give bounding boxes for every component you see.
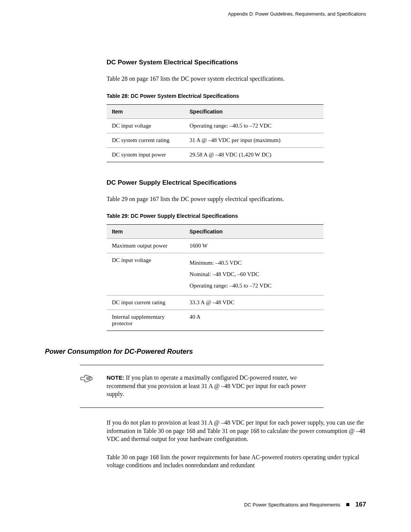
table-29-header-spec: Specification <box>184 225 323 239</box>
table-row: DC input voltage Minimum: –40.5 VDC Nomi… <box>107 253 323 296</box>
table-row: DC system current rating 31 A @ –48 VDC … <box>107 133 323 147</box>
cell-item: Maximum output power <box>107 239 184 253</box>
spec-line: Operating range: –40.5 to –72 VDC <box>190 280 318 291</box>
cell-spec: Operating range: –40.5 to –72 VDC <box>184 118 323 133</box>
footer-square-icon <box>346 503 349 506</box>
table-28-header-item: Item <box>107 104 184 118</box>
table-row: DC system input power 29.58 A @ –48 VDC … <box>107 147 323 162</box>
table-28-header-spec: Specification <box>184 104 323 118</box>
cell-spec-multiline: Minimum: –40.5 VDC Nominal: –48 VDC, –60… <box>184 253 323 296</box>
cell-item: DC input voltage <box>107 118 184 133</box>
table-29-caption: Table 29: DC Power Supply Electrical Spe… <box>107 213 366 219</box>
table-row: Internal supplementary protector 40 A <box>107 310 323 331</box>
table-29: Item Specification Maximum output power … <box>107 224 323 331</box>
table-28: Item Specification DC input voltage Oper… <box>107 104 323 162</box>
intro-para-2: Table 29 on page 167 lists the DC power … <box>107 195 366 203</box>
spec-line: Nominal: –48 VDC, –60 VDC <box>190 268 318 280</box>
note-callout: NOTE: If you plan to operate a maximally… <box>80 365 323 408</box>
footer-section-title: DC Power Specifications and Requirements <box>244 502 340 508</box>
page-footer: DC Power Specifications and Requirements… <box>244 501 366 508</box>
cell-spec: 1600 W <box>184 239 323 253</box>
cell-spec: 31 A @ –48 VDC per input (maximum) <box>184 133 323 147</box>
cell-item: DC system input power <box>107 147 184 162</box>
page-number: 167 <box>355 501 366 508</box>
cell-item: DC system current rating <box>107 133 184 147</box>
heading-dc-supply-spec: DC Power Supply Electrical Specification… <box>107 179 366 187</box>
cell-item: Internal supplementary protector <box>107 310 184 331</box>
note-text: NOTE: If you plan to operate a maximally… <box>107 374 323 398</box>
cell-item: DC input current rating <box>107 296 184 310</box>
note-hand-icon <box>80 374 107 384</box>
note-body: If you plan to operate a maximally confi… <box>107 374 306 397</box>
content-area: DC Power System Electrical Specification… <box>107 59 366 470</box>
spec-line: Minimum: –40.5 VDC <box>190 257 318 268</box>
body-para-1: If you do not plan to provision at least… <box>107 419 366 443</box>
heading-dc-system-spec: DC Power System Electrical Specification… <box>107 59 366 66</box>
table-row: Maximum output power 1600 W <box>107 239 323 253</box>
cell-spec: 40 A <box>184 310 323 331</box>
table-row: DC input current rating 33.3 A @ –48 VDC <box>107 296 323 310</box>
cell-item: DC input voltage <box>107 253 184 296</box>
intro-para-1: Table 28 on page 167 lists the DC power … <box>107 75 366 83</box>
body-para-2: Table 30 on page 168 lists the power req… <box>107 453 366 470</box>
cell-spec: 29.58 A @ –48 VDC (1,420 W DC) <box>184 147 323 162</box>
note-label: NOTE: <box>107 374 124 381</box>
table-28-caption: Table 28: DC Power System Electrical Spe… <box>107 93 366 99</box>
table-29-header-item: Item <box>107 225 184 239</box>
heading-power-consumption: Power Consumption for DC-Powered Routers <box>45 348 366 356</box>
page: Appendix D: Power Guidelines, Requiremen… <box>0 0 411 532</box>
table-row: DC input voltage Operating range: –40.5 … <box>107 118 323 133</box>
cell-spec: 33.3 A @ –48 VDC <box>184 296 323 310</box>
running-header: Appendix D: Power Guidelines, Requiremen… <box>45 11 366 17</box>
